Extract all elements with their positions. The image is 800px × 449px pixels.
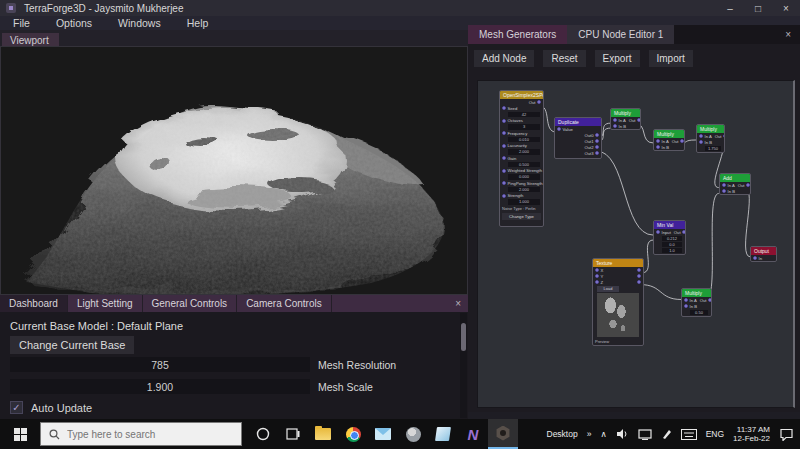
task-view-icon[interactable]: [278, 419, 308, 449]
node-pin[interactable]: [502, 181, 506, 185]
tab-mesh-generators[interactable]: Mesh Generators: [468, 25, 567, 44]
start-button[interactable]: [0, 419, 40, 449]
tab-general-controls[interactable]: General Controls: [143, 295, 238, 312]
node-pin[interactable]: [637, 118, 641, 122]
auto-update-checkbox[interactable]: ✓: [10, 401, 23, 414]
clock[interactable]: 11:37 AM 12-Feb-22: [733, 425, 770, 443]
texture-load-button[interactable]: Load: [597, 286, 619, 292]
node-multiply[interactable]: MultiplyIn AOutIn B1.750: [696, 124, 725, 153]
volume-icon[interactable]: [616, 428, 629, 440]
tab-camera-controls[interactable]: Camera Controls: [237, 295, 332, 312]
tab-light-setting[interactable]: Light Setting: [68, 295, 143, 312]
menu-file[interactable]: File: [0, 17, 43, 29]
menu-options[interactable]: Options: [43, 17, 105, 29]
node-pin[interactable]: [656, 139, 660, 143]
menu-help[interactable]: Help: [174, 17, 222, 29]
hidden-icons-chevron[interactable]: ∧: [600, 429, 606, 439]
change-current-base-button[interactable]: Change Current Base: [10, 336, 134, 354]
desktops-toolbar[interactable]: Desktop: [547, 429, 578, 439]
node-pin[interactable]: [502, 106, 506, 110]
node-pin[interactable]: [656, 145, 660, 149]
node-pin[interactable]: [557, 127, 561, 131]
node-pin[interactable]: [613, 118, 617, 122]
maximize-button[interactable]: □: [744, 0, 772, 16]
node-output[interactable]: OutputIn: [750, 246, 777, 262]
export-button[interactable]: Export: [595, 50, 640, 67]
mail-icon[interactable]: [368, 419, 398, 449]
add-node-button[interactable]: Add Node: [474, 50, 534, 67]
cortana-icon[interactable]: [248, 419, 278, 449]
import-button[interactable]: Import: [649, 50, 693, 67]
node-pin[interactable]: [722, 183, 726, 187]
close-button[interactable]: ×: [772, 0, 800, 16]
node-pin[interactable]: [637, 274, 641, 278]
node-pin[interactable]: [723, 134, 725, 138]
node-pin[interactable]: [699, 140, 703, 144]
node-pin[interactable]: [637, 280, 641, 284]
node-pin[interactable]: [502, 169, 506, 173]
notification-icon[interactable]: [779, 428, 794, 441]
node-pin[interactable]: [502, 194, 506, 198]
node-min-val[interactable]: Min ValInputOut0.2120.01.0: [653, 220, 686, 255]
dashboard-scrollbar[interactable]: [460, 313, 467, 418]
taskbar-search[interactable]: [40, 422, 242, 446]
node-pin[interactable]: [753, 256, 757, 260]
node-editor-close-icon[interactable]: ×: [776, 25, 800, 44]
viewport-3d[interactable]: [0, 46, 468, 295]
keyboard-icon[interactable]: [681, 429, 697, 440]
node-add[interactable]: AddIn AOutIn B: [719, 173, 751, 195]
node-multiply[interactable]: MultiplyIn AOutIn B0.50: [681, 288, 712, 317]
change-type-button[interactable]: Change Type: [502, 213, 541, 220]
tab-cpu-node-editor[interactable]: CPU Node Editor 1: [567, 25, 674, 44]
mesh-scale-input[interactable]: [10, 379, 310, 394]
node-pin[interactable]: [746, 183, 750, 187]
mesh-resolution-input[interactable]: [10, 357, 310, 372]
node-pin[interactable]: [502, 131, 506, 135]
steam-icon[interactable]: [398, 419, 428, 449]
node-graph-canvas[interactable]: OpenSimplex2SPerlinOutSeed42Octaves3Freq…: [477, 80, 795, 408]
node-duplicate[interactable]: DuplicateValueOut0Out1Out2Out3: [554, 117, 602, 159]
visual-studio-icon[interactable]: N: [458, 419, 488, 449]
network-icon[interactable]: [638, 429, 652, 440]
node-multiply[interactable]: MultiplyIn AOutIn B: [653, 129, 685, 151]
onenote-icon[interactable]: [428, 419, 458, 449]
node-pin[interactable]: [595, 268, 599, 272]
node-pin[interactable]: [502, 144, 506, 148]
node-pin[interactable]: [708, 298, 712, 302]
node-pin[interactable]: [722, 189, 726, 193]
node-title: OpenSimplex2SPerlin: [500, 91, 543, 99]
node-texture[interactable]: TextureXYZLoadPreview: [592, 258, 644, 346]
node-pin[interactable]: [684, 298, 688, 302]
reset-button[interactable]: Reset: [543, 50, 585, 67]
node-pin[interactable]: [637, 268, 641, 272]
node-opensimplex2sperlin[interactable]: OpenSimplex2SPerlinOutSeed42Octaves3Freq…: [499, 90, 544, 227]
dashboard-close-icon[interactable]: ×: [448, 295, 468, 312]
node-pin[interactable]: [595, 280, 599, 284]
tab-dashboard[interactable]: Dashboard: [0, 295, 68, 312]
node-pin[interactable]: [613, 124, 617, 128]
node-pin[interactable]: [682, 230, 686, 234]
terraforge3d-taskbar-icon[interactable]: [488, 419, 518, 449]
menu-windows[interactable]: Windows: [105, 17, 174, 29]
node-pin[interactable]: [595, 139, 599, 143]
chevron-right-icon[interactable]: »: [587, 429, 592, 439]
node-pin[interactable]: [684, 304, 688, 308]
chrome-icon[interactable]: [338, 419, 368, 449]
node-pin[interactable]: [502, 156, 506, 160]
language-indicator[interactable]: ENG: [706, 429, 724, 439]
file-explorer-icon[interactable]: [308, 419, 338, 449]
pen-ink-icon[interactable]: [661, 428, 672, 440]
minimize-button[interactable]: –: [716, 0, 744, 16]
node-pin[interactable]: [680, 139, 684, 143]
scrollbar-thumb[interactable]: [461, 323, 466, 351]
search-input[interactable]: [67, 429, 227, 440]
node-pin[interactable]: [595, 145, 599, 149]
node-pin[interactable]: [537, 100, 541, 104]
node-pin[interactable]: [656, 230, 660, 234]
node-pin[interactable]: [699, 134, 703, 138]
node-multiply[interactable]: MultiplyIn AOutIn B: [610, 108, 641, 130]
node-pin[interactable]: [595, 274, 599, 278]
node-pin[interactable]: [502, 119, 506, 123]
node-pin[interactable]: [595, 133, 599, 137]
node-pin[interactable]: [595, 151, 599, 155]
